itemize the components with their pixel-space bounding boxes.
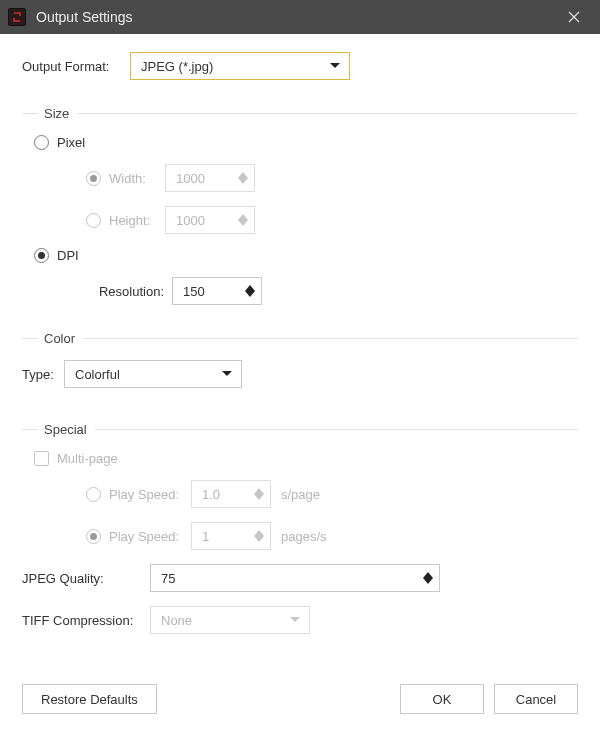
spinner-arrows-icon [252,488,266,500]
speed-a-radio [86,487,101,502]
resolution-spin[interactable]: 150 [172,277,262,305]
speed-a-spin: 1.0 [191,480,271,508]
color-type-label: Type: [22,367,64,382]
output-format-value: JPEG (*.jpg) [141,59,329,74]
window-title: Output Settings [36,9,554,25]
tiff-value: None [161,613,289,628]
special-title: Special [44,422,87,437]
footer: Restore Defaults OK Cancel [22,684,578,736]
multipage-checkbox [34,451,49,466]
color-type-combo[interactable]: Colorful [64,360,242,388]
height-label: Height: [109,213,165,228]
close-button[interactable] [554,0,594,34]
jpeg-quality-label: JPEG Quality: [22,571,150,586]
dpi-label: DPI [57,248,79,263]
multipage-label: Multi-page [57,451,118,466]
chevron-down-icon [289,616,301,624]
restore-defaults-button[interactable]: Restore Defaults [22,684,157,714]
height-spin: 1000 [165,206,255,234]
speed-b-spin: 1 [191,522,271,550]
tiff-label: TIFF Compression: [22,613,150,628]
height-radio [86,213,101,228]
spinner-arrows-icon [236,214,250,226]
app-icon [8,8,26,26]
color-title: Color [44,331,75,346]
jpeg-quality-value: 75 [161,571,421,586]
speed-a-label: Play Speed: [109,487,191,502]
width-radio [86,171,101,186]
width-spin: 1000 [165,164,255,192]
speed-b-label: Play Speed: [109,529,191,544]
resolution-label: Resolution: [86,284,164,299]
tiff-combo: None [150,606,310,634]
color-type-value: Colorful [75,367,221,382]
size-group: Size Pixel Width: 1000 Height: 1000 [22,100,578,319]
height-value: 1000 [176,213,236,228]
output-format-label: Output Format: [22,59,130,74]
speed-b-unit: pages/s [281,529,327,544]
close-icon [567,10,581,24]
cancel-button[interactable]: Cancel [494,684,578,714]
speed-b-radio [86,529,101,544]
special-group: Special Multi-page Play Speed: 1.0 s/pag… [22,416,578,648]
spinner-arrows-icon [421,572,435,584]
spinner-arrows-icon [236,172,250,184]
width-label: Width: [109,171,165,186]
ok-button[interactable]: OK [400,684,484,714]
size-title: Size [44,106,69,121]
pixel-label: Pixel [57,135,85,150]
dpi-radio[interactable] [34,248,49,263]
spinner-arrows-icon [243,285,257,297]
output-format-combo[interactable]: JPEG (*.jpg) [130,52,350,80]
titlebar: Output Settings [0,0,600,34]
speed-a-value: 1.0 [202,487,252,502]
chevron-down-icon [329,62,341,70]
resolution-value: 150 [183,284,243,299]
speed-a-unit: s/page [281,487,320,502]
speed-b-value: 1 [202,529,252,544]
spinner-arrows-icon [252,530,266,542]
chevron-down-icon [221,370,233,378]
width-value: 1000 [176,171,236,186]
color-group: Color Type: Colorful [22,325,578,402]
pixel-radio[interactable] [34,135,49,150]
jpeg-quality-spin[interactable]: 75 [150,564,440,592]
